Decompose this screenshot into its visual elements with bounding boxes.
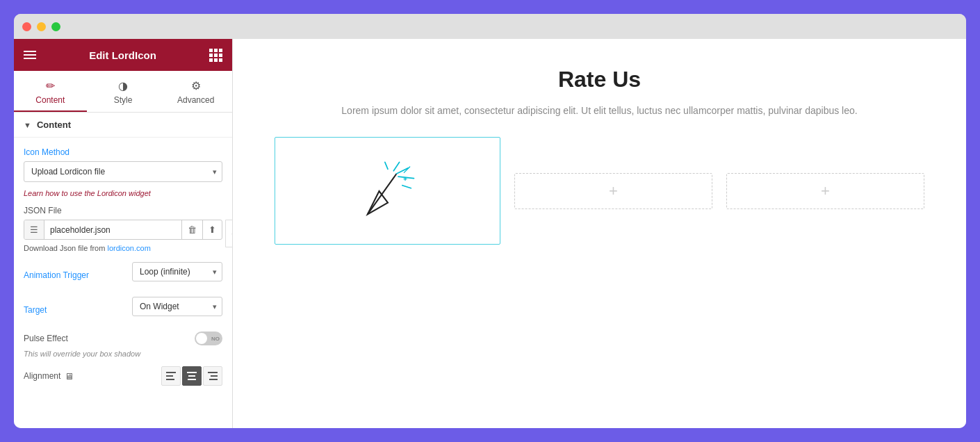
animation-trigger-select[interactable]: Loop (infinite) [132, 262, 222, 281]
svg-rect-4 [188, 375, 195, 377]
page-subtitle: Lorem ipsum dolor sit amet, consectetur … [341, 105, 857, 116]
icon-method-select[interactable]: Upload Lordicon file [24, 161, 222, 182]
json-file-row: ☰ placeholder.json 🗑 ⬆ [24, 220, 222, 240]
sidebar-tabs: ✏ Content ◑ Style ⚙ Advanced [14, 71, 232, 113]
tab-style-label: Style [114, 95, 133, 105]
pulse-effect-row: Pulse Effect NO [24, 332, 222, 345]
svg-line-12 [398, 177, 414, 178]
pulse-effect-label: Pulse Effect [24, 334, 68, 343]
target-select-wrapper: On Widget ▾ [132, 297, 222, 316]
svg-rect-5 [188, 379, 196, 380]
collapse-arrow-icon: ▼ [24, 121, 31, 129]
sidebar: Edit LordIcon ✏ Content ◑ Style [14, 39, 233, 428]
json-filename: placeholder.json [44, 221, 181, 239]
tab-advanced-label: Advanced [177, 95, 214, 105]
content-section-header[interactable]: ▼ Content [14, 113, 232, 138]
page-title: Rate Us [558, 67, 641, 92]
align-right-button[interactable] [203, 366, 222, 386]
svg-line-10 [367, 174, 396, 214]
icon-method-select-wrapper: Upload Lordicon file ▾ [24, 161, 222, 182]
monitor-icon: 🖥 [65, 371, 74, 382]
main-content: Rate Us Lorem ipsum dolor sit amet, cons… [233, 39, 966, 428]
tab-style[interactable]: ◑ Style [87, 71, 160, 112]
add-widget-button-2[interactable]: + [726, 173, 924, 209]
toggle-off-label: NO [211, 336, 220, 342]
lordicon-widget-preview[interactable] [275, 137, 500, 245]
app-window: Edit LordIcon ✏ Content ◑ Style [14, 14, 966, 428]
svg-rect-0 [166, 372, 176, 373]
target-label: Target [24, 305, 47, 315]
align-left-button[interactable] [161, 366, 181, 386]
upload-file-button[interactable]: ⬆ [202, 220, 222, 239]
animation-trigger-label: Animation Trigger [24, 270, 89, 280]
alignment-buttons [161, 366, 222, 386]
sidebar-header: Edit LordIcon [14, 39, 232, 71]
target-select[interactable]: On Widget [132, 297, 222, 316]
gear-icon: ⚙ [191, 79, 201, 92]
sidebar-title: Edit LordIcon [89, 49, 156, 61]
svg-rect-1 [166, 375, 173, 377]
alignment-label: Alignment 🖥 [24, 371, 74, 382]
grid-icon[interactable] [209, 49, 222, 62]
svg-rect-3 [187, 372, 197, 373]
file-actions: 🗑 ⬆ [181, 220, 222, 239]
svg-rect-7 [211, 375, 218, 377]
canvas-area: Rate Us Lorem ipsum dolor sit amet, cons… [233, 39, 966, 428]
hamburger-icon[interactable] [24, 51, 36, 59]
sidebar-collapse-button[interactable]: ‹ [225, 220, 233, 247]
download-link-text: Download Json file from lordicon.com [24, 244, 222, 252]
svg-line-15 [402, 185, 411, 188]
pulse-effect-toggle[interactable]: NO [195, 332, 222, 345]
json-file-label: JSON File [24, 206, 222, 215]
icon-method-label: Icon Method [24, 147, 222, 157]
maximize-button[interactable] [51, 22, 60, 31]
widget-area: + + [275, 137, 924, 245]
tab-content[interactable]: ✏ Content [14, 71, 87, 112]
minimize-button[interactable] [37, 22, 46, 31]
pulse-note: This will override your box shadow [24, 350, 222, 358]
align-center-button[interactable] [182, 366, 202, 386]
svg-rect-2 [166, 379, 174, 380]
half-circle-icon: ◑ [118, 79, 128, 92]
tab-content-label: Content [35, 95, 65, 105]
svg-line-14 [384, 162, 387, 169]
pencil-icon: ✏ [46, 79, 55, 92]
learn-link[interactable]: Learn how to use the Lordicon widget [24, 189, 222, 197]
content-section-body: Icon Method Upload Lordicon file ▾ Learn… [14, 138, 232, 395]
animation-trigger-row: Animation Trigger Loop (infinite) ▾ [24, 262, 222, 288]
animation-trigger-select-wrapper: Loop (infinite) ▾ [132, 262, 222, 281]
svg-rect-6 [208, 372, 218, 373]
file-icon: ☰ [24, 220, 44, 239]
party-popper-icon [353, 156, 423, 226]
tab-advanced[interactable]: ⚙ Advanced [159, 71, 232, 112]
content-section-title: Content [37, 120, 71, 130]
add-widget-button-1[interactable]: + [514, 173, 712, 209]
window-content: Edit LordIcon ✏ Content ◑ Style [14, 39, 966, 428]
lordicon-link[interactable]: lordicon.com [107, 244, 150, 252]
delete-file-button[interactable]: 🗑 [181, 220, 202, 239]
target-row: Target On Widget ▾ [24, 297, 222, 323]
close-button[interactable] [22, 22, 31, 31]
svg-rect-8 [209, 379, 218, 380]
title-bar [14, 14, 966, 39]
svg-line-13 [393, 162, 399, 171]
alignment-row: Alignment 🖥 [24, 366, 222, 386]
